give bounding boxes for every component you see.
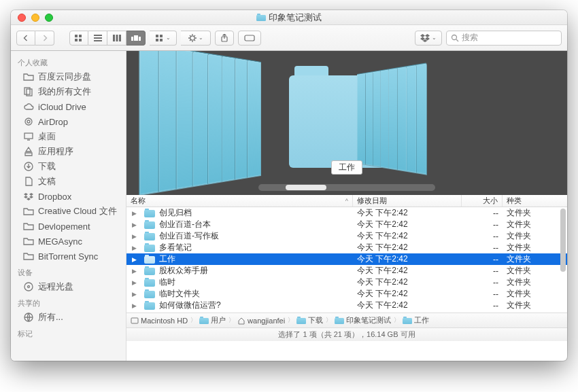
path-segment[interactable]: wangjianfei bbox=[237, 317, 285, 325]
path-segment[interactable]: 用户 bbox=[199, 315, 226, 325]
airdrop-icon bbox=[23, 116, 34, 127]
sidebar-item[interactable]: 远程光盘 bbox=[11, 279, 126, 294]
disclosure-triangle-icon[interactable]: ▶ bbox=[131, 256, 137, 263]
table-row[interactable]: ▶多看笔记今天 下午2:42--文件夹 bbox=[126, 242, 567, 253]
svg-rect-7 bbox=[113, 35, 115, 41]
sidebar-item-label: 文稿 bbox=[38, 175, 56, 188]
size: -- bbox=[462, 289, 503, 299]
search-icon bbox=[451, 34, 459, 42]
svg-rect-16 bbox=[160, 39, 163, 41]
sidebar-item[interactable]: 我的所有文件 bbox=[11, 84, 126, 99]
apps-icon bbox=[23, 146, 34, 157]
table-row[interactable]: ▶工作今天 下午2:42--文件夹 bbox=[126, 253, 567, 265]
sidebar-item[interactable]: iCloud Drive bbox=[11, 99, 126, 114]
path-separator-icon: 〉 bbox=[228, 316, 235, 325]
list-view-button[interactable] bbox=[88, 31, 107, 46]
kind: 文件夹 bbox=[503, 265, 567, 277]
table-row[interactable]: ▶临时今天 下午2:42--文件夹 bbox=[126, 277, 567, 288]
sidebar-item[interactable]: 桌面 bbox=[11, 129, 126, 144]
icon-view-button[interactable] bbox=[69, 31, 88, 46]
search-input[interactable]: 搜索 bbox=[446, 31, 562, 46]
svg-rect-14 bbox=[160, 35, 163, 37]
date-modified: 今天 下午2:42 bbox=[353, 253, 462, 265]
sidebar-item[interactable]: 百度云同步盘 bbox=[11, 69, 126, 84]
table-row[interactable]: ▶创业百道-台本今天 下午2:42--文件夹 bbox=[126, 219, 567, 230]
table-row[interactable]: ▶收藏今天 下午2:42--文件夹 bbox=[126, 311, 567, 313]
arrange-button[interactable]: ⌄ bbox=[150, 31, 177, 46]
disclosure-triangle-icon[interactable]: ▶ bbox=[131, 245, 137, 251]
date-modified: 今天 下午2:42 bbox=[353, 265, 462, 277]
file-name: 创业百道-台本 bbox=[159, 219, 211, 230]
path-segment[interactable]: Macintosh HD bbox=[131, 317, 188, 325]
vertical-scrollbar[interactable] bbox=[560, 209, 566, 272]
table-row[interactable]: ▶临时文件夹今天 下午2:42--文件夹 bbox=[126, 288, 567, 300]
minimize-button[interactable] bbox=[31, 14, 39, 22]
path-segment[interactable]: 印象笔记测试 bbox=[335, 315, 391, 325]
sidebar-section-tags: 标记 bbox=[11, 325, 126, 340]
date-modified: 今天 下午2:42 bbox=[353, 242, 462, 253]
kind: 文件夹 bbox=[503, 300, 567, 311]
coverflow-view-button[interactable] bbox=[126, 31, 146, 46]
column-size[interactable]: 大小 bbox=[462, 195, 503, 207]
kind: 文件夹 bbox=[503, 230, 567, 242]
close-button[interactable] bbox=[18, 14, 26, 22]
svg-rect-19 bbox=[245, 35, 254, 41]
path-separator-icon: 〉 bbox=[288, 316, 294, 325]
disclosure-triangle-icon[interactable]: ▶ bbox=[131, 279, 137, 286]
body: 个人收藏 百度云同步盘我的所有文件iCloud DriveAirDrop桌面应用… bbox=[11, 51, 567, 361]
coverflow[interactable]: 工作 bbox=[126, 51, 567, 195]
kind: 文件夹 bbox=[503, 242, 567, 253]
dropbox-menu-button[interactable]: ⌄ bbox=[415, 31, 442, 46]
disc-icon bbox=[23, 281, 34, 292]
folder-icon bbox=[199, 317, 209, 324]
sidebar-item[interactable]: AirDrop bbox=[11, 114, 126, 129]
share-button[interactable] bbox=[215, 31, 234, 46]
table-row[interactable]: ▶股权众筹手册今天 下午2:42--文件夹 bbox=[126, 265, 567, 277]
forward-button[interactable] bbox=[35, 31, 54, 46]
sidebar-item[interactable]: 所有... bbox=[11, 310, 126, 325]
column-date[interactable]: 修改日期 bbox=[353, 195, 462, 207]
disclosure-triangle-icon[interactable]: ▶ bbox=[131, 291, 137, 298]
folder-icon bbox=[256, 14, 266, 21]
table-row[interactable]: ▶如何做微信运营?今天 下午2:42--文件夹 bbox=[126, 300, 567, 311]
file-name: 临时 bbox=[159, 277, 175, 288]
sidebar-item[interactable]: BitTorrent Sync bbox=[11, 249, 126, 264]
column-name[interactable]: 名称^ bbox=[126, 195, 353, 207]
sidebar-item[interactable]: Creative Cloud 文件 bbox=[11, 204, 126, 219]
window-title: 印象笔记测试 bbox=[256, 12, 322, 24]
size: -- bbox=[462, 243, 503, 253]
back-button[interactable] bbox=[16, 31, 35, 46]
file-list[interactable]: ▶创见归档今天 下午2:42--文件夹▶创业百道-台本今天 下午2:42--文件… bbox=[126, 207, 567, 313]
file-name: 股权众筹手册 bbox=[159, 265, 208, 277]
sidebar-item[interactable]: 文稿 bbox=[11, 174, 126, 189]
path-bar: Macintosh HD〉用户〉wangjianfei〉下载〉印象笔记测试〉工作 bbox=[126, 313, 567, 327]
sidebar-item[interactable]: 应用程序 bbox=[11, 144, 126, 159]
file-name: 创业百道-写作板 bbox=[159, 230, 219, 242]
disclosure-triangle-icon[interactable]: ▶ bbox=[131, 268, 137, 274]
sidebar-item[interactable]: MEGAsync bbox=[11, 234, 126, 249]
disclosure-triangle-icon[interactable]: ▶ bbox=[131, 302, 137, 309]
path-segment[interactable]: 下载 bbox=[296, 315, 323, 325]
disclosure-triangle-icon[interactable]: ▶ bbox=[131, 221, 137, 228]
action-button[interactable]: ⌄ bbox=[181, 31, 211, 46]
path-segment[interactable]: 工作 bbox=[403, 315, 429, 325]
arrange-group: ⌄ bbox=[150, 31, 177, 46]
disclosure-triangle-icon[interactable]: ▶ bbox=[131, 233, 137, 240]
folder-icon bbox=[296, 317, 306, 324]
kind: 文件夹 bbox=[503, 253, 567, 265]
maximize-button[interactable] bbox=[45, 14, 53, 22]
sidebar-item[interactable]: 下载 bbox=[11, 159, 126, 174]
column-kind[interactable]: 种类 bbox=[503, 195, 567, 207]
column-view-button[interactable] bbox=[107, 31, 126, 46]
folder-icon bbox=[23, 71, 34, 82]
coverflow-scrollbar[interactable] bbox=[258, 184, 435, 191]
disclosure-triangle-icon[interactable]: ▶ bbox=[131, 210, 137, 217]
tags-button[interactable] bbox=[238, 31, 261, 46]
table-row[interactable]: ▶创见归档今天 下午2:42--文件夹 bbox=[126, 207, 567, 219]
sidebar-item[interactable]: Dropbox bbox=[11, 189, 126, 204]
sidebar-item-label: 应用程序 bbox=[38, 145, 73, 158]
folder-icon bbox=[23, 236, 34, 247]
table-row[interactable]: ▶创业百道-写作板今天 下午2:42--文件夹 bbox=[126, 230, 567, 242]
sidebar-item[interactable]: Devlopement bbox=[11, 219, 126, 234]
file-name: 多看笔记 bbox=[159, 242, 192, 253]
